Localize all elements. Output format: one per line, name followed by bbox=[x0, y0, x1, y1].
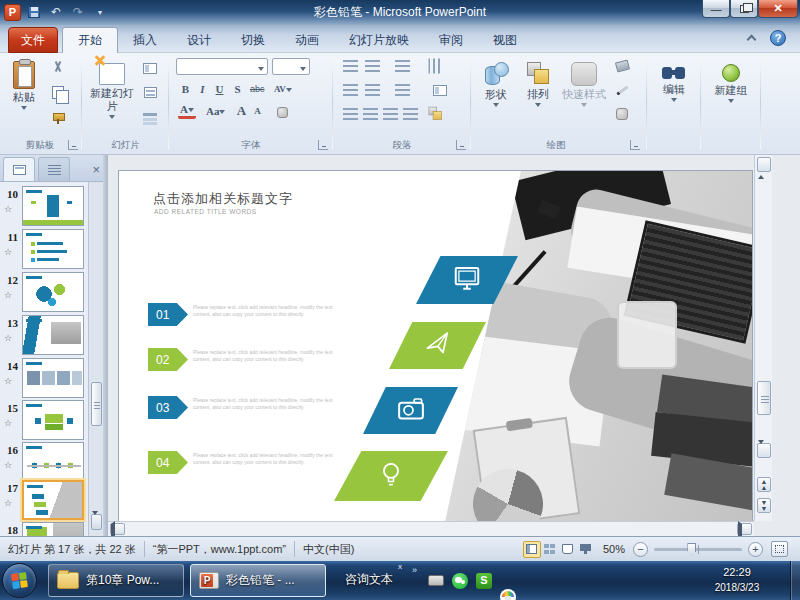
theme-name[interactable]: “第一PPT，www.1ppt.com” bbox=[153, 542, 286, 557]
slide-thumbnail-11[interactable]: 11☆ bbox=[0, 229, 88, 271]
drawing-dialog-launcher[interactable] bbox=[630, 140, 640, 150]
reset-button[interactable] bbox=[140, 83, 160, 101]
taskbar-app-folder[interactable]: 第10章 Pow... bbox=[48, 564, 184, 597]
increase-indent-button[interactable] bbox=[362, 81, 382, 99]
item-body-text[interactable]: Please replace text, click add relevant … bbox=[193, 304, 345, 317]
italic-button[interactable]: I bbox=[195, 80, 210, 97]
taskbar-app-powerpoint[interactable]: 彩色铅笔 - ... bbox=[190, 564, 326, 597]
animation-star-icon[interactable]: ☆ bbox=[4, 418, 12, 428]
sogou-icon[interactable]: S bbox=[476, 573, 492, 589]
thumbnail-image[interactable] bbox=[22, 358, 84, 398]
slide-title[interactable]: 点击添加相关标题文字 bbox=[153, 190, 293, 208]
paste-button[interactable]: 粘贴 bbox=[4, 56, 44, 136]
tab-设计[interactable]: 设计 bbox=[172, 27, 226, 53]
font-color-button[interactable]: A bbox=[178, 102, 196, 119]
slide-thumbnail-14[interactable]: 14☆ bbox=[0, 358, 88, 400]
chip-paper-plane[interactable] bbox=[389, 322, 486, 369]
item-body-text[interactable]: Please replace text, click add relevant … bbox=[193, 397, 345, 410]
slide-thumbnail-16[interactable]: 16☆ bbox=[0, 442, 88, 484]
animation-star-icon[interactable]: ☆ bbox=[4, 204, 12, 214]
scroll-down-button[interactable] bbox=[91, 514, 102, 530]
zoom-in-button[interactable]: + bbox=[748, 542, 763, 557]
shape-effects-button[interactable] bbox=[612, 105, 632, 123]
redo-button[interactable]: ↷ bbox=[69, 3, 87, 21]
tab-slides-thumbnails[interactable] bbox=[3, 157, 35, 181]
tab-开始[interactable]: 开始 bbox=[62, 27, 118, 53]
underline-button[interactable]: U bbox=[212, 80, 227, 97]
copy-button[interactable] bbox=[48, 83, 68, 101]
item-number-tag[interactable]: 01 bbox=[148, 303, 188, 326]
tab-幻灯片放映[interactable]: 幻灯片放映 bbox=[334, 27, 424, 53]
text-shadow-button[interactable]: S bbox=[230, 80, 245, 97]
start-button[interactable] bbox=[2, 563, 37, 598]
animation-star-icon[interactable]: ☆ bbox=[4, 498, 12, 508]
grow-font-button[interactable]: A bbox=[234, 102, 249, 119]
clipboard-dialog-launcher[interactable] bbox=[68, 140, 78, 150]
restore-button[interactable] bbox=[730, 0, 758, 18]
show-desktop-button[interactable] bbox=[790, 561, 800, 600]
shape-fill-button[interactable] bbox=[612, 57, 632, 75]
shapes-button[interactable]: 形状 bbox=[476, 56, 516, 136]
arrange-button[interactable]: 排列 bbox=[518, 56, 558, 136]
font-size-combo[interactable] bbox=[272, 58, 310, 75]
close-button[interactable]: ✕ bbox=[758, 0, 798, 18]
text-direction-button[interactable] bbox=[424, 57, 444, 75]
thumbnail-image[interactable] bbox=[22, 186, 84, 226]
thumbnail-image[interactable] bbox=[22, 229, 84, 269]
slide-editing-area[interactable]: 点击添加相关标题文字 ADD RELATED TITLE WORDS 01Ple… bbox=[118, 170, 753, 524]
slide-thumbnail-15[interactable]: 15☆ bbox=[0, 400, 88, 442]
tray-overflow-chevron[interactable]: » bbox=[412, 565, 416, 575]
new-slide-button[interactable]: 新建幻灯片 bbox=[88, 56, 136, 136]
thumbnail-image[interactable] bbox=[22, 315, 84, 355]
horizontal-scrollbar[interactable] bbox=[108, 521, 754, 536]
scrollbar-thumb[interactable] bbox=[757, 381, 771, 415]
scroll-right-button[interactable] bbox=[737, 523, 752, 535]
shrink-font-button[interactable]: A bbox=[250, 102, 265, 119]
animation-star-icon[interactable]: ☆ bbox=[4, 247, 12, 257]
wechat-icon[interactable] bbox=[452, 573, 468, 589]
font-dialog-launcher[interactable] bbox=[318, 140, 328, 150]
bullets-button[interactable] bbox=[340, 57, 360, 75]
item-body-text[interactable]: Please replace text, click add relevant … bbox=[193, 452, 345, 465]
thumbnail-image[interactable] bbox=[22, 400, 84, 440]
change-case-button[interactable]: Aa bbox=[204, 102, 227, 119]
taskbar-clock[interactable]: 22:29 2018/3/23 bbox=[702, 564, 772, 596]
tab-file[interactable]: 文件 bbox=[8, 27, 58, 53]
chip-bulb[interactable] bbox=[334, 451, 448, 501]
tim-icon[interactable] bbox=[500, 589, 516, 600]
item-number-tag[interactable]: 03 bbox=[148, 396, 188, 419]
numbering-button[interactable] bbox=[362, 57, 382, 75]
layout-button[interactable] bbox=[140, 59, 160, 77]
zoom-slider[interactable] bbox=[654, 548, 742, 551]
slide-counter[interactable]: 幻灯片 第 17 张，共 22 张 bbox=[8, 542, 136, 557]
scroll-up-button[interactable] bbox=[757, 157, 771, 172]
scroll-left-button[interactable] bbox=[110, 523, 125, 535]
thumbnail-image[interactable] bbox=[22, 522, 84, 536]
paragraph-dialog-launcher[interactable] bbox=[456, 140, 466, 150]
slide-thumbnail-18[interactable]: 18☆ bbox=[0, 522, 88, 536]
new-group-button[interactable]: 新建组 bbox=[706, 56, 756, 136]
scroll-down-button[interactable] bbox=[757, 443, 771, 458]
align-center-button[interactable] bbox=[360, 105, 380, 123]
tab-outline[interactable] bbox=[38, 157, 70, 181]
undo-button[interactable]: ↶ bbox=[47, 3, 65, 21]
format-painter-button[interactable] bbox=[48, 109, 68, 127]
animation-star-icon[interactable]: ☆ bbox=[4, 290, 12, 300]
convert-smartart-button[interactable] bbox=[424, 105, 444, 123]
thumbnail-image[interactable] bbox=[22, 480, 84, 520]
next-slide-button[interactable]: ▼▼ bbox=[757, 498, 771, 513]
align-left-button[interactable] bbox=[340, 105, 360, 123]
align-right-button[interactable] bbox=[380, 105, 400, 123]
thumbnail-image[interactable] bbox=[22, 272, 84, 312]
deskband-label[interactable]: 咨询文本 bbox=[345, 571, 393, 588]
item-number-tag[interactable]: 04 bbox=[148, 451, 188, 474]
slide-thumbnail-12[interactable]: 12☆ bbox=[0, 272, 88, 314]
cut-button[interactable] bbox=[48, 59, 68, 77]
close-pane-button[interactable]: × bbox=[92, 162, 100, 177]
powerpoint-logo-icon[interactable]: P bbox=[4, 4, 21, 21]
tab-切换[interactable]: 切换 bbox=[226, 27, 280, 53]
item-body-text[interactable]: Please replace text, click add relevant … bbox=[193, 349, 345, 362]
editing-button[interactable]: 编辑 bbox=[652, 56, 696, 136]
deskband-close-icon[interactable]: x bbox=[398, 562, 402, 571]
collapse-ribbon-button[interactable] bbox=[748, 33, 760, 43]
